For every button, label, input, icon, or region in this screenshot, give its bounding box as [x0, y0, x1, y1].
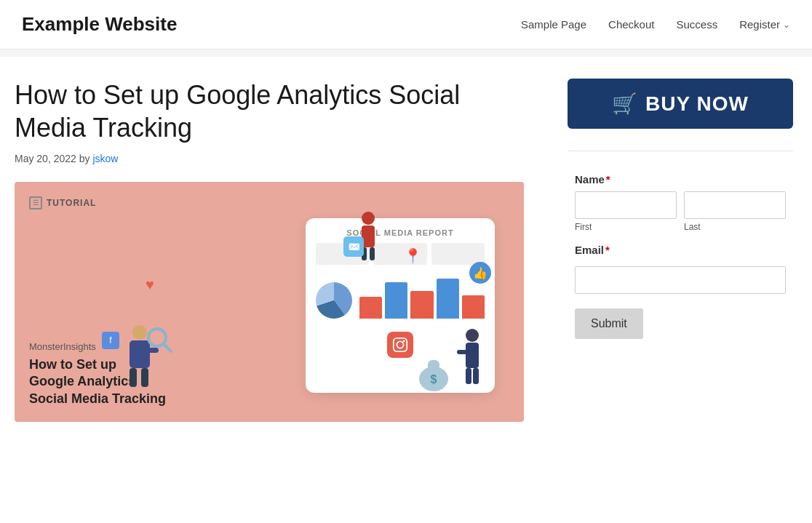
bar-4	[437, 279, 459, 319]
bar-1	[359, 297, 382, 319]
last-name-label: Last	[684, 222, 786, 232]
like-icon: f	[102, 332, 119, 349]
nav-register-dropdown[interactable]: Register ⌄	[739, 18, 790, 31]
sidebar-divider	[568, 151, 793, 151]
svg-rect-11	[457, 350, 467, 354]
bar-5	[462, 295, 485, 319]
last-name-input[interactable]	[684, 191, 786, 219]
svg-text:$: $	[431, 373, 437, 386]
buy-now-label: BUY NOW	[645, 92, 749, 116]
header-separator	[0, 49, 812, 57]
tutorial-icon: ☰	[29, 196, 42, 209]
bar-chart	[359, 275, 485, 319]
location-pin-icon: 📍	[404, 247, 422, 265]
instagram-icon	[387, 332, 413, 358]
tutorial-badge: ☰ TUTORIAL	[29, 196, 96, 209]
page-layout: How to Set up Google Analytics Social Me…	[0, 57, 812, 451]
svg-rect-18	[428, 360, 439, 373]
heart-icon: ♥	[146, 276, 154, 293]
bar-2	[385, 282, 407, 319]
site-header: Example Website Sample Page Checkout Suc…	[0, 0, 812, 49]
featured-image: ☰ TUTORIAL MonsterInsights How to Set up…	[15, 182, 524, 422]
email-label: Email*	[575, 244, 786, 256]
article-date: May 20, 2022	[15, 153, 76, 164]
svg-point-7	[466, 329, 479, 342]
name-required-star: *	[606, 173, 610, 185]
main-nav: Sample Page Checkout Success Register ⌄	[521, 18, 790, 31]
nav-success[interactable]: Success	[676, 18, 717, 31]
svg-point-1	[397, 341, 403, 348]
report-card-title: SOCIAL MEDIA REPORT	[316, 228, 485, 237]
message-icon: ✉️	[343, 236, 364, 257]
article-meta: May 20, 2022 by jskow	[15, 153, 538, 164]
tutorial-label: TUTORIAL	[47, 198, 96, 208]
nav-sample-page[interactable]: Sample Page	[521, 18, 586, 31]
svg-rect-0	[394, 338, 407, 351]
svg-line-21	[164, 344, 171, 351]
email-section: Email*	[575, 244, 786, 294]
featured-image-inner: ☰ TUTORIAL MonsterInsights How to Set up…	[29, 196, 509, 407]
svg-rect-9	[466, 368, 471, 384]
email-input[interactable]	[575, 266, 786, 294]
svg-rect-10	[473, 368, 479, 384]
svg-point-3	[362, 212, 375, 225]
name-row: First Last	[575, 191, 786, 232]
first-name-wrap: First	[575, 191, 677, 232]
svg-rect-8	[466, 343, 479, 368]
nav-register-label: Register	[739, 18, 780, 31]
bar-3	[410, 291, 433, 319]
svg-rect-15	[141, 368, 148, 387]
main-content: How to Set up Google Analytics Social Me…	[15, 79, 560, 422]
svg-point-12	[132, 325, 147, 340]
svg-point-2	[403, 340, 405, 343]
article-author-link[interactable]: jskow	[92, 153, 118, 164]
dollar-bag-icon: $	[416, 351, 451, 394]
first-name-input[interactable]	[575, 191, 677, 219]
figure-person-right	[457, 328, 487, 400]
search-icon	[146, 326, 173, 356]
thumbs-up-icon: 👍	[469, 262, 491, 284]
report-grid	[316, 243, 485, 265]
email-required-star: *	[605, 244, 610, 256]
article-by: by	[79, 153, 93, 164]
pie-chart	[316, 282, 352, 319]
sidebar: 🛒 BUY NOW Name* First Last Ema	[560, 79, 793, 422]
svg-rect-6	[370, 247, 375, 260]
chevron-down-icon: ⌄	[783, 20, 790, 30]
submit-button[interactable]: Submit	[575, 308, 643, 339]
name-label: Name*	[575, 173, 786, 185]
site-title: Example Website	[22, 13, 177, 36]
article-title: How to Set up Google Analytics Social Me…	[15, 79, 538, 144]
last-name-wrap: Last	[684, 191, 786, 232]
contact-form: Name* First Last Email* Submit	[568, 173, 793, 339]
cart-icon: 🛒	[612, 92, 638, 116]
nav-checkout[interactable]: Checkout	[608, 18, 654, 31]
svg-rect-14	[130, 368, 137, 387]
first-name-label: First	[575, 222, 677, 232]
buy-now-button[interactable]: 🛒 BUY NOW	[568, 79, 793, 129]
